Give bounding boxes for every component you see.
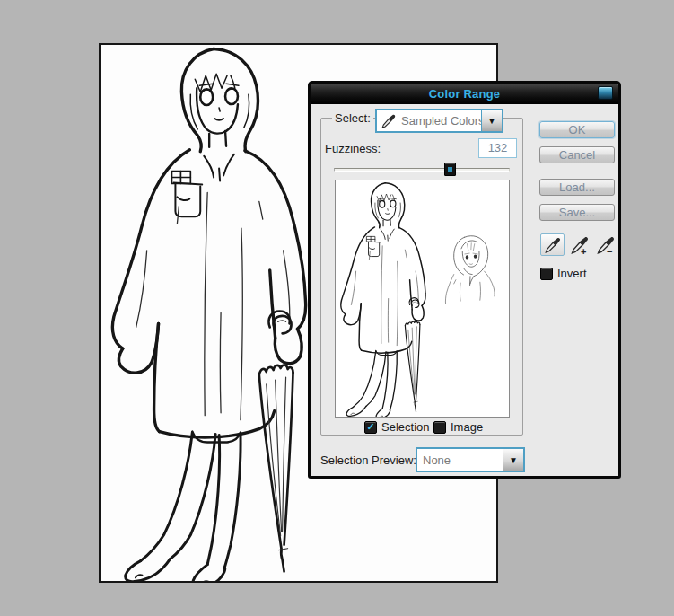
fuzziness-input[interactable]: 132 (478, 138, 517, 158)
invert-checkbox[interactable] (540, 268, 553, 280)
select-dropdown-value: Sampled Colors (396, 114, 481, 128)
chevron-down-icon: ▼ (509, 455, 518, 465)
dialog-content: Select: Sampled Colors ▼ Fuzziness: 132 … (311, 104, 618, 476)
preview-line-art (336, 180, 509, 417)
selection-preview-dropdown[interactable]: None ▼ (416, 447, 525, 472)
select-dropdown[interactable]: Sampled Colors ▼ (375, 109, 503, 133)
plus-sign: + (581, 246, 586, 257)
selection-checkbox[interactable]: ✓ (364, 421, 377, 434)
invert-label: Invert (557, 267, 587, 280)
selection-preview-value: None (417, 453, 503, 467)
cancel-button[interactable]: Cancel (539, 146, 615, 163)
window-control-icon[interactable] (598, 86, 613, 100)
color-range-dialog: Color Range Select: Sampled Colors ▼ Fuz… (308, 81, 621, 479)
fuzziness-slider-track[interactable] (334, 168, 510, 172)
dialog-titlebar[interactable]: Color Range (311, 84, 618, 104)
ok-button[interactable]: OK (539, 121, 615, 138)
fuzziness-slider-handle[interactable] (444, 163, 456, 176)
minus-sign: − (607, 246, 612, 257)
check-icon: ✓ (366, 422, 374, 432)
selection-preview-arrow[interactable]: ▼ (503, 449, 523, 471)
eyedropper-icon (381, 114, 396, 128)
dialog-title: Color Range (429, 87, 500, 101)
selection-preview-thumbnail[interactable] (335, 180, 510, 418)
fuzziness-label: Fuzziness: (325, 142, 381, 155)
save-button[interactable]: Save... (539, 204, 615, 221)
load-button[interactable]: Load... (539, 179, 615, 196)
chevron-down-icon: ▼ (487, 116, 496, 126)
select-dropdown-arrow[interactable]: ▼ (481, 110, 502, 131)
select-label: Select: (332, 111, 373, 125)
image-checkbox[interactable] (433, 421, 446, 434)
eyedropper-icon (545, 237, 561, 253)
image-checkbox-label: Image (451, 420, 483, 434)
eyedropper-tool-selected[interactable] (540, 233, 565, 256)
selection-checkbox-label: Selection (381, 420, 429, 434)
selection-preview-label: Selection Preview: (320, 453, 416, 467)
